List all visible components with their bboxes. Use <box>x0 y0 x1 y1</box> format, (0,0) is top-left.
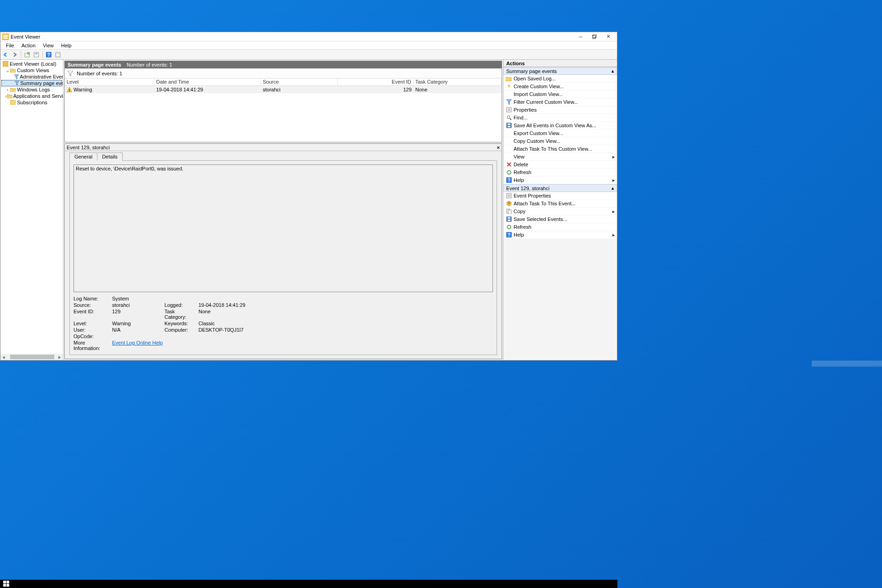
scroll-left-icon[interactable]: ◂ <box>0 354 7 360</box>
svg-rect-2 <box>3 36 8 37</box>
nav-forward-button[interactable] <box>11 51 19 59</box>
minimize-button[interactable]: ─ <box>574 33 588 41</box>
tree-root[interactable]: Event Viewer (Local) <box>1 61 62 67</box>
collapse-icon[interactable]: ▴ <box>611 68 614 74</box>
center-pane: Summary page events Number of events: 1 … <box>63 60 503 360</box>
system-tray-area[interactable] <box>812 361 882 367</box>
action-find[interactable]: Find... <box>503 114 617 122</box>
action-delete[interactable]: Delete <box>503 161 617 169</box>
maximize-button[interactable] <box>588 33 601 41</box>
action-save-all-events-in-custom-view-as[interactable]: Save All Events in Custom View As... <box>503 122 617 130</box>
event-log-online-help-link[interactable]: Event Log Online Help <box>112 340 493 351</box>
tab-details[interactable]: Details <box>97 153 123 161</box>
actions-section-2: Event 129, storahci ▴ <box>503 184 617 192</box>
col-eventid[interactable]: Event ID <box>338 79 413 85</box>
refresh-icon <box>505 169 513 175</box>
collapse-icon[interactable]: ▴ <box>611 185 614 191</box>
refresh-icon <box>505 224 513 230</box>
svg-point-7 <box>27 52 30 55</box>
toolbar-properties-button[interactable] <box>32 51 40 59</box>
menubar: File Action View Help <box>0 41 617 50</box>
col-source[interactable]: Source <box>261 79 338 85</box>
detail-close-button[interactable]: × <box>497 145 500 150</box>
event-row[interactable]: ! Warning 19-04-2018 14:41:29 storahci 1… <box>65 86 502 93</box>
sparkle-icon <box>505 83 513 90</box>
actions-section-1: Summary page events ▴ <box>503 67 617 75</box>
eventviewer-icon <box>2 61 9 67</box>
blank-icon <box>505 138 513 144</box>
horizontal-scrollbar[interactable]: ◂ ▸ <box>0 354 63 360</box>
svg-rect-40 <box>6 584 9 587</box>
chevron-right-icon: ▸ <box>612 154 615 160</box>
col-datetime[interactable]: Date and Time <box>154 79 261 85</box>
scrollbar-thumb[interactable] <box>10 355 54 359</box>
action-attach-task-to-this-event[interactable]: Attach Task To This Event... <box>503 200 617 208</box>
col-level[interactable]: Level <box>65 79 154 85</box>
action-attach-task-to-this-custom-view[interactable]: Attach Task To This Custom View... <box>503 145 617 153</box>
action-open-saved-log[interactable]: Open Saved Log... <box>503 75 617 83</box>
action-import-custom-view[interactable]: Import Custom View... <box>503 90 617 98</box>
chevron-right-icon: ▸ <box>612 232 615 238</box>
prop-event-id: 129 <box>112 309 163 320</box>
close-button[interactable]: ✕ <box>601 33 615 41</box>
svg-text:?: ? <box>508 232 510 237</box>
folder-icon <box>7 93 12 99</box>
folder-icon <box>10 86 16 93</box>
action-copy[interactable]: Copy▸ <box>503 208 617 215</box>
save-icon <box>505 216 513 222</box>
filter-icon <box>505 99 513 105</box>
task-icon <box>505 200 513 207</box>
prop-keywords: Classic <box>198 321 493 326</box>
svg-rect-37 <box>3 581 6 583</box>
svg-rect-14 <box>3 61 8 67</box>
svg-rect-5 <box>593 34 596 38</box>
prop-logged: 19-04-2018 14:41:29 <box>198 302 493 308</box>
prop-level: Warning <box>112 321 163 326</box>
actions-pane-title: Actions <box>503 60 617 67</box>
toolbar-extra-button[interactable] <box>54 51 62 59</box>
scroll-right-icon[interactable]: ▸ <box>57 354 63 360</box>
detail-title: Event 129, storahci <box>67 145 110 150</box>
menu-view[interactable]: View <box>39 42 57 49</box>
menu-file[interactable]: File <box>2 42 18 49</box>
filter-icon <box>68 71 73 76</box>
tree-item-subscriptions[interactable]: Subscriptions <box>1 99 62 106</box>
action-view[interactable]: View▸ <box>503 153 617 161</box>
filter-icon <box>15 80 19 86</box>
nav-back-button[interactable] <box>1 51 10 59</box>
action-refresh[interactable]: Refresh <box>503 223 617 231</box>
svg-rect-9 <box>35 53 38 54</box>
events-filter-row: Number of events: 1 <box>65 68 502 79</box>
tree-pane: Event Viewer (Local) ⌄ Custom Views Admi… <box>0 60 63 360</box>
action-create-custom-view[interactable]: Create Custom View... <box>503 83 617 90</box>
action-copy-custom-view[interactable]: Copy Custom View... <box>503 137 617 145</box>
prop-user: N/A <box>112 327 163 333</box>
tree-item-apps-services-logs[interactable]: › Applications and Services Lo <box>1 93 62 99</box>
tree-item-summary-page-events[interactable]: Summary page events <box>1 80 62 86</box>
action-filter-current-custom-view[interactable]: Filter Current Custom View... <box>503 98 617 106</box>
folder-icon <box>10 67 16 74</box>
action-export-custom-view[interactable]: Export Custom View... <box>503 130 617 137</box>
svg-rect-27 <box>508 194 510 197</box>
col-task[interactable]: Task Category <box>413 79 502 85</box>
tab-general[interactable]: General <box>69 153 97 161</box>
tree-item-custom-views[interactable]: ⌄ Custom Views <box>1 67 62 74</box>
prop-task-category: None <box>198 309 493 320</box>
tree-item-admin-events[interactable]: Administrative Events <box>1 74 62 80</box>
menu-action[interactable]: Action <box>18 42 40 49</box>
events-filter-text: Number of events: 1 <box>77 71 122 76</box>
action-save-selected-events[interactable]: Save Selected Events... <box>503 215 617 223</box>
toolbar-new-button[interactable] <box>23 51 31 59</box>
prop-log-name: System <box>112 296 163 301</box>
action-help[interactable]: ?Help▸ <box>503 231 617 239</box>
tree-item-windows-logs[interactable]: › Windows Logs <box>1 86 62 93</box>
toolbar-help-button[interactable]: ? <box>45 51 53 59</box>
action-help[interactable]: ?Help▸ <box>503 176 617 184</box>
start-button[interactable] <box>2 580 11 588</box>
action-event-properties[interactable]: Event Properties <box>503 192 617 200</box>
svg-rect-33 <box>508 220 510 221</box>
menu-help[interactable]: Help <box>57 42 75 49</box>
action-properties[interactable]: Properties <box>503 106 617 114</box>
action-refresh[interactable]: Refresh <box>503 169 617 176</box>
event-message: Reset to device, \Device\RaidPort0, was … <box>74 164 493 292</box>
